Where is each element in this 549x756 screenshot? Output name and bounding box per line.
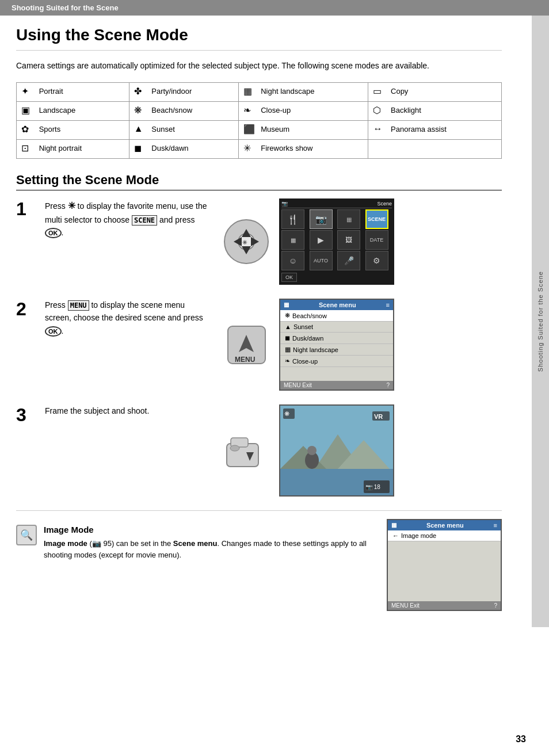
section-title: Setting the Scene Mode — [16, 173, 502, 190]
top-bar: Shooting Suited for the Scene — [0, 0, 549, 16]
sidebar-text: Shooting Suited for the Scene — [537, 271, 544, 372]
menu-lines-icon: ≡ — [386, 301, 390, 308]
table-row: ✦ Portrait ✤ Party/indoor ▦ Night landsc… — [17, 83, 502, 102]
sports-icon: ✿ — [21, 124, 34, 136]
scene-label: Landscape — [39, 106, 76, 114]
fireworks-icon: ✳ — [243, 143, 256, 155]
panorama-icon: ↔ — [373, 124, 386, 136]
grid-cell-fork: 🍴 — [281, 209, 304, 229]
lines-icon: ≡ — [494, 522, 497, 529]
beach-icon: ❋ — [134, 105, 147, 117]
scene-label: Night portrait — [39, 144, 82, 152]
help-icon: ? — [386, 382, 390, 388]
scene-menu-title: Scene menu — [319, 301, 356, 308]
bottom-row: 🔍 Image Mode Image mode (📷 95) can be se… — [16, 519, 502, 611]
scene-table: ✦ Portrait ✤ Party/indoor ▦ Night landsc… — [16, 82, 502, 159]
scene-label: Backlight — [391, 106, 421, 114]
top-bar-title: Shooting Suited for the Scene — [12, 3, 119, 12]
table-cell: ▦ Night landscape — [238, 83, 368, 102]
grid-cell-star: ⚙ — [365, 251, 388, 270]
scene-label: Close-up — [261, 106, 291, 114]
ok-button-ref2: OK — [45, 326, 62, 337]
grid-cell-auto: AUTO — [310, 251, 333, 270]
svg-text:❋: ❋ — [284, 410, 289, 417]
menu-key: MENU — [68, 300, 89, 311]
grid-cell-scene-sel: SCENE — [365, 209, 388, 229]
scene-illustration: VR 📷 18 ❋ — [280, 406, 394, 497]
grid-cell-face: ☺ — [281, 251, 304, 270]
ok-button-ref: OK — [45, 228, 62, 238]
landscape-icon: ▣ — [21, 105, 34, 117]
table-cell: ↔ Panorama assist — [368, 121, 502, 140]
note-left: 🔍 Image Mode Image mode (📷 95) can be se… — [16, 519, 369, 560]
grid-cell-scene2: ▦ — [281, 230, 304, 250]
step-2: 2 Press MENU to display the scene menu s… — [16, 299, 502, 391]
step-1-images: ✳ 📷 Scene 🍴 📷 ▦ SCENE ▦ ▶ 🖼 — [222, 198, 394, 285]
portrait-icon: ✦ — [21, 86, 34, 98]
table-cell: ⬛ Museum — [238, 121, 368, 140]
table-cell: ✳ Fireworks show — [238, 140, 368, 159]
page-number: 33 — [516, 734, 526, 744]
scene-label: Panorama assist — [391, 125, 447, 133]
scene-label-header: Scene — [377, 201, 392, 207]
scene-label: Portrait — [39, 87, 63, 96]
copy-icon: ▭ — [373, 86, 386, 98]
table-cell: ❧ Close-up — [238, 102, 368, 121]
grid-cell-mic: 🎤 — [337, 251, 360, 270]
table-cell: ❋ Beach/snow — [129, 102, 238, 121]
scene-label: Fireworks show — [261, 144, 312, 152]
screen-grid: 🍴 📷 ▦ SCENE ▦ ▶ 🖼 DATE ☺ AUTO 🎤 ⚙ — [281, 209, 392, 270]
dusk-menu-label: Dusk/dawn — [292, 335, 323, 342]
night-menu-label: Night landscape — [293, 346, 338, 353]
note-strong: Image mode — [44, 539, 87, 548]
grid-cell-img: 🖼 — [337, 230, 360, 250]
scene-label: Night landscape — [261, 87, 314, 96]
page-title: Using the Scene Mode — [16, 26, 502, 51]
svg-text:✳: ✳ — [242, 239, 247, 246]
svg-text:📷 18: 📷 18 — [365, 483, 380, 491]
step-2-number: 2 — [16, 300, 35, 318]
step-3-text: Frame the subject and shoot. — [45, 404, 212, 417]
image-mode-header: ▦ Scene menu ≡ — [388, 520, 501, 530]
closeup-menu-icon: ❧ — [285, 357, 290, 365]
scene-label: Beach/snow — [151, 106, 192, 114]
scene-label: Copy — [391, 87, 408, 96]
image-mode-label: Image mode — [401, 532, 436, 539]
empty-space — [388, 541, 501, 587]
image-mode-screen-area: ▦ Scene menu ≡ ← Image mode MENU Exit ? — [387, 519, 502, 611]
scene-selector-screen: 📷 Scene 🍴 📷 ▦ SCENE ▦ ▶ 🖼 DATE ☺ AUTO — [279, 198, 394, 285]
sunset-menu-label: Sunset — [293, 323, 313, 330]
down-arrow-button: ✳ — [222, 217, 271, 266]
note-text: Image mode (📷 95) can be set in the Scen… — [44, 538, 369, 560]
dusk-icon: ◼ — [134, 143, 147, 155]
scene-label: Sports — [39, 125, 61, 133]
sunset-menu-icon: ▲ — [285, 323, 291, 330]
step-3-images: VR 📷 18 ❋ — [222, 404, 394, 497]
table-cell: ✿ Sports — [17, 121, 129, 140]
closeup-icon: ❧ — [243, 105, 256, 117]
grid-cell-scene1: ▦ — [337, 209, 360, 229]
screen-header: 📷 Scene — [281, 201, 392, 208]
main-content: Using the Scene Mode Camera settings are… — [0, 16, 518, 627]
image-mode-screen: ▦ Scene menu ≡ ← Image mode MENU Exit ? — [387, 519, 502, 611]
grid-cell-camera: 📷 — [310, 209, 333, 229]
grid-cell-play: ▶ — [310, 230, 333, 250]
table-row: ⊡ Night portrait ◼ Dusk/dawn ✳ Fireworks… — [17, 140, 502, 159]
sidebar: Shooting Suited for the Scene — [532, 16, 549, 627]
note-icon: 🔍 — [16, 525, 37, 545]
menu-exit-label: MENU Exit — [284, 382, 312, 388]
step-1-number: 1 — [16, 200, 35, 218]
step-1-text: Press ✳ to display the favorite menu, us… — [45, 198, 212, 239]
menu-item-night: ▦ Night landscape — [280, 344, 393, 356]
table-cell: ⊡ Night portrait — [17, 140, 129, 159]
shutter-button — [222, 426, 271, 475]
step-3: 3 Frame the subject and shoot. — [16, 404, 502, 497]
table-cell — [368, 140, 502, 159]
sunset-icon: ▲ — [134, 124, 147, 136]
svg-text:MENU: MENU — [235, 356, 255, 364]
note-section: 🔍 Image Mode Image mode (📷 95) can be se… — [16, 510, 502, 611]
grid-cell-date: DATE — [365, 230, 388, 250]
exit-label: MENU Exit — [391, 602, 420, 609]
menu-button: MENU — [222, 320, 271, 369]
fav-key-icon: ✳ — [68, 201, 75, 211]
